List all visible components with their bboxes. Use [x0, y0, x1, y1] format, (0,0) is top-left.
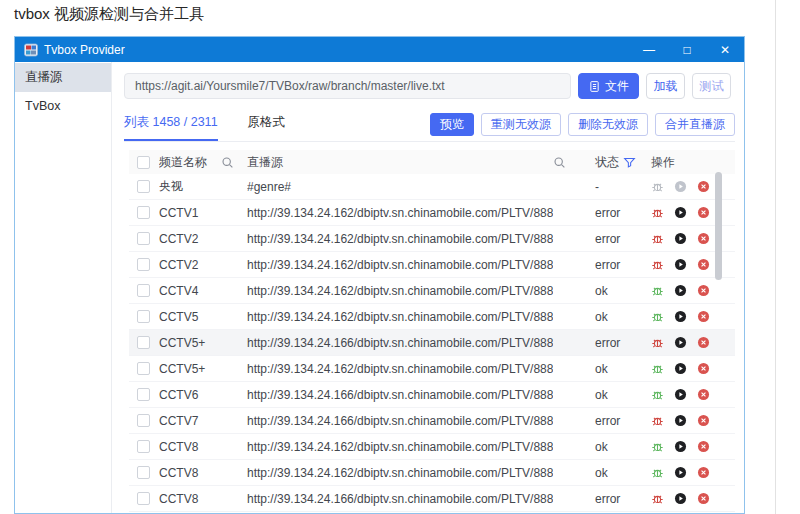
row-checkbox[interactable]	[137, 180, 150, 193]
play-icon[interactable]	[674, 258, 687, 271]
delete-icon[interactable]	[697, 414, 710, 427]
bug-test-icon[interactable]	[651, 258, 664, 271]
window-body: 直播源 TvBox 文件 加载	[15, 62, 744, 513]
play-icon[interactable]	[674, 232, 687, 245]
table-scrollbar-thumb[interactable]	[715, 172, 722, 280]
tab-raw-format[interactable]: 原格式	[248, 114, 286, 141]
delete-icon[interactable]	[697, 440, 710, 453]
channel-search-icon[interactable]	[221, 156, 234, 169]
table-row: CCTV6http://39.134.24.166/dbiptv.sn.chin…	[129, 382, 735, 408]
row-checkbox[interactable]	[137, 492, 150, 505]
source-url: http://39.134.24.162/dbiptv.sn.chinamobi…	[247, 206, 553, 220]
bug-test-icon[interactable]	[651, 492, 664, 505]
table-body: 央视#genre#- CCTV1http://39.134.24.162/dbi…	[129, 174, 735, 512]
delete-icon[interactable]	[697, 284, 710, 297]
preview-button[interactable]: 预览	[430, 113, 474, 136]
row-checkbox[interactable]	[137, 466, 150, 479]
bug-test-icon[interactable]	[651, 466, 664, 479]
bug-test-icon[interactable]	[651, 362, 664, 375]
table-row: CCTV5+http://39.134.24.166/dbiptv.sn.chi…	[129, 330, 735, 356]
channel-name: CCTV2	[159, 232, 221, 246]
source-url: http://39.134.24.162/dbiptv.sn.chinamobi…	[247, 232, 553, 246]
delete-icon[interactable]	[697, 258, 710, 271]
source-search-icon[interactable]	[553, 156, 566, 169]
source-url: http://39.134.24.166/dbiptv.sn.chinamobi…	[247, 336, 553, 350]
status-text: error	[589, 414, 647, 428]
play-icon[interactable]	[674, 206, 687, 219]
bug-test-icon[interactable]	[651, 440, 664, 453]
delete-icon[interactable]	[697, 362, 710, 375]
sidebar-item-tvbox[interactable]: TvBox	[15, 92, 111, 121]
row-checkbox[interactable]	[137, 388, 150, 401]
row-checkbox[interactable]	[137, 284, 150, 297]
select-all-checkbox[interactable]	[137, 156, 150, 169]
test-button[interactable]: 测试	[692, 73, 731, 99]
play-icon[interactable]	[674, 336, 687, 349]
table-header: 频道名称 直播源	[129, 150, 735, 174]
status-text: error	[589, 336, 647, 350]
close-button[interactable]: ✕	[706, 37, 744, 62]
status-text: error	[589, 492, 647, 506]
sidebar: 直播源 TvBox	[15, 62, 112, 513]
row-checkbox[interactable]	[137, 336, 150, 349]
play-icon[interactable]	[674, 492, 687, 505]
page-background: tvbox 视频源检测与合并工具 Tvbox Provider — □ ✕	[0, 0, 800, 514]
delete-icon[interactable]	[697, 206, 710, 219]
row-checkbox[interactable]	[137, 206, 150, 219]
file-button[interactable]: 文件	[578, 73, 639, 99]
channel-name: CCTV5+	[159, 336, 221, 350]
channel-table: 频道名称 直播源	[129, 150, 735, 513]
page-title: tvbox 视频源检测与合并工具	[14, 5, 204, 24]
status-text: ok	[589, 440, 647, 454]
maximize-button[interactable]: □	[668, 37, 706, 62]
source-url: http://39.134.24.162/dbiptv.sn.chinamobi…	[247, 258, 553, 272]
row-checkbox[interactable]	[137, 362, 150, 375]
play-icon[interactable]	[674, 310, 687, 323]
table-row: CCTV8http://39.134.24.162/dbiptv.sn.chin…	[129, 434, 735, 460]
channel-name: CCTV2	[159, 258, 221, 272]
bug-test-icon[interactable]	[651, 180, 664, 193]
row-checkbox[interactable]	[137, 310, 150, 323]
delete-icon[interactable]	[697, 310, 710, 323]
bug-test-icon[interactable]	[651, 388, 664, 401]
load-button[interactable]: 加载	[646, 73, 685, 99]
status-text: ok	[589, 388, 647, 402]
url-input[interactable]	[124, 73, 571, 99]
bug-test-icon[interactable]	[651, 284, 664, 297]
row-checkbox[interactable]	[137, 232, 150, 245]
window-titlebar: Tvbox Provider — □ ✕	[15, 37, 744, 62]
bug-test-icon[interactable]	[651, 232, 664, 245]
delete-icon[interactable]	[697, 492, 710, 505]
bug-test-icon[interactable]	[651, 414, 664, 427]
row-checkbox[interactable]	[137, 258, 150, 271]
status-filter-icon[interactable]	[623, 156, 636, 169]
retest-invalid-button[interactable]: 重测无效源	[481, 113, 561, 136]
delete-icon[interactable]	[697, 180, 710, 193]
file-button-label: 文件	[605, 78, 629, 95]
tab-list[interactable]: 列表 1458 / 2311	[124, 114, 218, 141]
delete-icon[interactable]	[697, 336, 710, 349]
delete-icon[interactable]	[697, 466, 710, 479]
play-icon[interactable]	[674, 180, 687, 193]
play-icon[interactable]	[674, 284, 687, 297]
table-actions: 预览 重测无效源 删除无效源 合并直播源	[430, 113, 735, 141]
bug-test-icon[interactable]	[651, 336, 664, 349]
row-checkbox[interactable]	[137, 414, 150, 427]
play-icon[interactable]	[674, 362, 687, 375]
play-icon[interactable]	[674, 388, 687, 401]
delete-icon[interactable]	[697, 388, 710, 401]
delete-invalid-button[interactable]: 删除无效源	[568, 113, 648, 136]
play-icon[interactable]	[674, 414, 687, 427]
row-checkbox[interactable]	[137, 440, 150, 453]
delete-icon[interactable]	[697, 232, 710, 245]
merge-sources-button[interactable]: 合并直播源	[655, 113, 735, 136]
minimize-button[interactable]: —	[630, 37, 668, 62]
bug-test-icon[interactable]	[651, 206, 664, 219]
main-content: 文件 加载 测试 列表 1458 / 2311 原格式 预览 重测无效源 删除无…	[112, 62, 744, 513]
sidebar-item-live-source[interactable]: 直播源	[15, 63, 111, 92]
bug-test-icon[interactable]	[651, 310, 664, 323]
play-icon[interactable]	[674, 466, 687, 479]
source-url: #genre#	[247, 180, 553, 194]
play-icon[interactable]	[674, 440, 687, 453]
header-status: 状态	[595, 154, 619, 171]
